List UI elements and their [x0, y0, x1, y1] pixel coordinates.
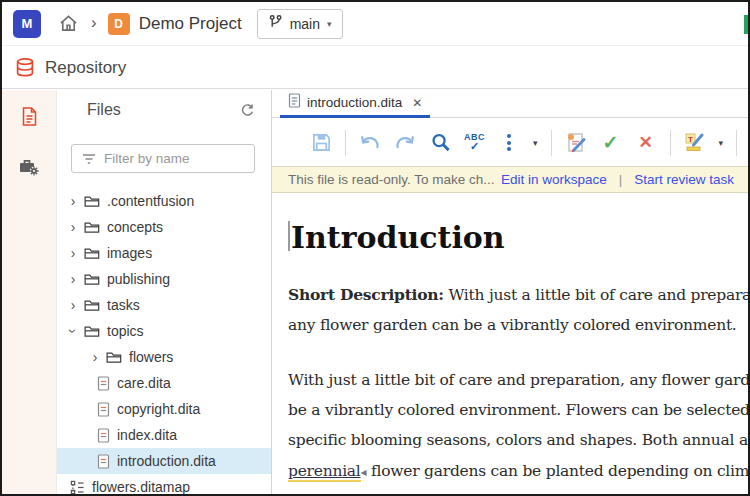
document-content: Introduction Short Description: With jus…: [272, 193, 748, 494]
cut-off-edge-element: [744, 15, 748, 34]
toolbar-separator: [670, 130, 671, 156]
tree-item-label: images: [107, 245, 152, 261]
project-breadcrumb[interactable]: Demo Project: [139, 14, 242, 34]
tree-item-label: flowers.ditamap: [92, 479, 190, 495]
side-icon-strip: [2, 90, 57, 494]
branch-selector[interactable]: main ▾: [257, 9, 343, 39]
perennial-link[interactable]: perennial: [288, 462, 361, 482]
svg-text:T: T: [688, 134, 693, 143]
project-icon[interactable]: D: [108, 13, 130, 35]
tab-label: introduction.dita: [307, 95, 402, 110]
accept-check-icon: ✓: [603, 131, 619, 154]
tree-item-care-dita[interactable]: care.dita: [57, 370, 271, 396]
tree-item-label: publishing: [107, 271, 170, 287]
branch-icon: [268, 14, 283, 33]
file-tree: › .contentfusion › concepts › images ›: [57, 188, 271, 496]
document-icon: [288, 93, 301, 112]
tree-item-label: copyright.dita: [117, 401, 200, 417]
tree-item-label: .contentfusion: [107, 193, 194, 209]
database-icon: [14, 57, 36, 79]
chevron-right-icon: ›: [67, 246, 79, 260]
start-review-task-link[interactable]: Start review task: [634, 172, 734, 187]
text-cursor: [288, 221, 290, 251]
reject-x-icon: ✕: [638, 132, 652, 153]
filter-input[interactable]: [104, 151, 254, 166]
tree-item-flowers-ditamap[interactable]: flowers.ditamap: [57, 474, 271, 496]
tree-item-index-dita[interactable]: index.dita: [57, 422, 271, 448]
chevron-right-icon: ›: [67, 272, 79, 286]
readonly-message: This file is read-only. To make ch...: [288, 172, 501, 187]
tree-item-label: tasks: [107, 297, 140, 313]
files-panel: Files › .contentfusion › concepts: [57, 90, 272, 494]
spellcheck-check-icon: ✓: [470, 141, 479, 152]
body-paragraph: With just a little bit of care and prepa…: [288, 365, 734, 494]
track-changes-button[interactable]: [565, 130, 587, 156]
tree-item-introduction-dita[interactable]: introduction.dita: [57, 448, 271, 474]
toolbar-separator: [551, 130, 552, 156]
repository-title: Repository: [45, 58, 126, 78]
repository-header: Repository: [2, 47, 748, 89]
close-icon[interactable]: ✕: [412, 96, 422, 110]
tree-item-publishing[interactable]: › publishing: [57, 266, 271, 292]
accept-change-button[interactable]: ✓: [600, 130, 622, 156]
reject-change-button[interactable]: ✕: [635, 130, 657, 156]
tree-item-label: introduction.dita: [117, 453, 216, 469]
redo-button[interactable]: [394, 130, 416, 156]
more-options-button[interactable]: [498, 130, 520, 156]
chevron-right-icon: ›: [67, 298, 79, 312]
spellcheck-button[interactable]: ABC ✓: [464, 133, 485, 152]
toolbar-separator: [345, 130, 346, 156]
ditamap-icon: [70, 480, 85, 495]
kebab-menu-icon: [507, 134, 511, 151]
breadcrumb-chevron-icon: ›: [91, 14, 97, 33]
tab-bar: introduction.dita ✕: [272, 90, 748, 118]
editor-toolbar: ABC ✓ ▾ ✓ ✕ T: [272, 119, 748, 166]
file-icon: [97, 376, 110, 391]
branch-name: main: [290, 16, 320, 32]
filter-icon: [82, 153, 96, 165]
chevron-down-icon: ▾: [327, 19, 332, 29]
tree-item-tasks[interactable]: › tasks: [57, 292, 271, 318]
tree-item-concepts[interactable]: › concepts: [57, 214, 271, 240]
tools-view-icon[interactable]: [16, 154, 42, 180]
user-avatar[interactable]: M: [13, 10, 41, 38]
file-icon: [97, 428, 110, 443]
editor-area: introduction.dita ✕ AB: [272, 90, 748, 494]
folder-icon: [84, 298, 100, 312]
tree-item-contentfusion[interactable]: › .contentfusion: [57, 188, 271, 214]
tree-item-flowers[interactable]: › flowers: [57, 344, 271, 370]
filter-field[interactable]: [71, 144, 255, 173]
refresh-icon[interactable]: [240, 103, 255, 118]
tree-item-label: flowers: [129, 349, 173, 365]
toolbar-separator: [736, 130, 737, 156]
app-window: M › D Demo Project main ▾ Repository: [0, 0, 750, 496]
chevron-expanded-icon: ›: [66, 325, 80, 337]
more-options-caret-icon[interactable]: ▾: [533, 138, 538, 148]
link-separator: |: [619, 172, 623, 187]
folder-icon: [106, 350, 122, 364]
file-icon: [97, 454, 110, 469]
folder-icon: [84, 246, 100, 260]
undo-button[interactable]: [359, 130, 381, 156]
save-button[interactable]: [310, 130, 332, 156]
folder-icon: [84, 272, 100, 286]
folder-icon: [84, 324, 100, 338]
chevron-right-icon: ›: [67, 220, 79, 234]
tree-item-copyright-dita[interactable]: copyright.dita: [57, 396, 271, 422]
top-bar: M › D Demo Project main ▾: [2, 2, 748, 46]
tree-item-label: care.dita: [117, 375, 171, 391]
files-panel-header: Files: [57, 98, 271, 122]
edit-in-workspace-link[interactable]: Edit in workspace: [501, 172, 607, 187]
file-icon: [97, 402, 110, 417]
tab-introduction-dita[interactable]: introduction.dita ✕: [280, 90, 430, 118]
tree-item-images[interactable]: › images: [57, 240, 271, 266]
highlight-button[interactable]: T: [684, 130, 706, 156]
chevron-right-icon: ›: [67, 194, 79, 208]
tree-item-topics[interactable]: › topics: [57, 318, 271, 344]
document-heading: Introduction: [288, 221, 734, 255]
tree-item-label: topics: [107, 323, 144, 339]
home-icon[interactable]: [58, 13, 79, 34]
search-button[interactable]: [429, 130, 451, 156]
highlight-caret-icon[interactable]: ▾: [719, 138, 724, 148]
repository-view-icon[interactable]: [16, 104, 42, 130]
